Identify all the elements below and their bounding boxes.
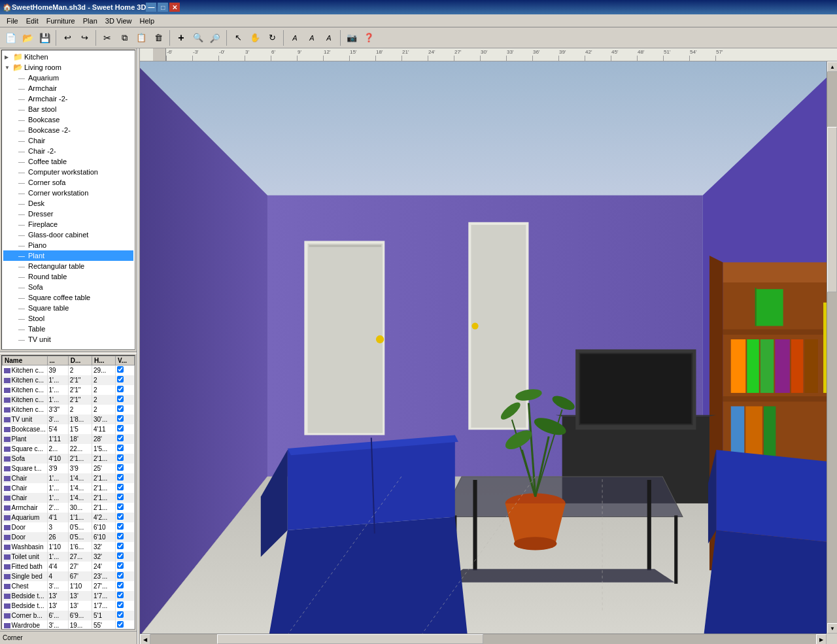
toolbar-rotate[interactable]: ↻ <box>264 30 280 46</box>
visible-checkbox[interactable] <box>117 621 124 628</box>
visible-checkbox[interactable] <box>117 454 124 461</box>
scroll-thumb-v[interactable] <box>827 127 837 292</box>
tree-item-plant[interactable]: — Plant <box>3 250 133 261</box>
toolbar-camera[interactable]: 📷 <box>344 30 360 46</box>
tree-item-glassdoor[interactable]: — Glass-door cabinet <box>3 229 133 240</box>
tree-item-kitchen[interactable]: ▶ 📁 Kitchen <box>3 52 133 62</box>
table-row[interactable]: Kitchen c...1'...2'1"2 <box>3 385 135 395</box>
visible-checkbox[interactable] <box>117 592 124 598</box>
tree-item-desk[interactable]: — Desk <box>3 198 133 209</box>
scroll-up-button[interactable]: ▲ <box>827 61 837 72</box>
scroll-track-h[interactable] <box>150 634 816 644</box>
furniture-tree[interactable]: ▶ 📁 Kitchen ▼ 📂 Living room — Aquarium —… <box>1 50 135 350</box>
menu-edit[interactable]: Edit <box>22 16 43 26</box>
table-row[interactable]: Chest3'...1'1027'... <box>3 581 135 591</box>
table-row[interactable]: Single bed467'23'... <box>3 571 135 581</box>
toolbar-select[interactable]: ↖ <box>230 30 246 46</box>
horizontal-scrollbar[interactable]: ◀ ▶ <box>140 634 827 644</box>
table-row[interactable]: Kitchen c...3'3"22 <box>3 405 135 415</box>
visible-checkbox[interactable] <box>117 376 124 382</box>
table-row[interactable]: Bedside t...13'13'1'7... <box>3 591 135 601</box>
col-header-depth[interactable]: D... <box>68 356 92 365</box>
visible-checkbox[interactable] <box>117 464 124 471</box>
tree-item-tvunit[interactable]: — TV unit <box>3 334 133 345</box>
visible-checkbox[interactable] <box>117 396 124 402</box>
scroll-left-button[interactable]: ◀ <box>140 634 150 644</box>
tree-item-coffeetable[interactable]: — Coffee table <box>3 156 133 167</box>
scroll-right-button[interactable]: ▶ <box>816 634 827 644</box>
tree-item-bookcase[interactable]: — Bookcase <box>3 114 133 125</box>
toolbar-new[interactable]: 📄 <box>3 30 18 46</box>
table-row[interactable]: Chair1'...1'4...2'1... <box>3 483 135 493</box>
toolbar-label2[interactable]: A <box>304 30 320 46</box>
toolbar-copy[interactable]: ⧉ <box>116 30 132 46</box>
visible-checkbox[interactable] <box>117 494 124 500</box>
table-row[interactable]: Sofa4'102'1...2'1... <box>3 454 135 464</box>
visible-checkbox[interactable] <box>117 445 124 451</box>
visible-checkbox[interactable] <box>117 582 124 588</box>
table-row[interactable]: Door30'5...6'10 <box>3 522 135 532</box>
menu-furniture[interactable]: Furniture <box>43 16 79 26</box>
close-button[interactable]: ✕ <box>169 3 180 12</box>
minimize-button[interactable]: — <box>146 3 156 12</box>
menu-file[interactable]: File <box>3 16 22 26</box>
maximize-button[interactable]: □ <box>158 3 168 12</box>
toolbar-cut[interactable]: ✂ <box>99 30 115 46</box>
toolbar-save[interactable]: 💾 <box>37 30 52 46</box>
toolbar-delete[interactable]: 🗑 <box>150 30 166 46</box>
table-row[interactable]: Armchair2'...30...2'1... <box>3 503 135 513</box>
tree-item-sofa[interactable]: — Sofa <box>3 282 133 292</box>
tree-item-armchair2[interactable]: — Armchair -2- <box>3 93 133 104</box>
col-header-height[interactable]: H... <box>92 356 115 365</box>
visible-checkbox[interactable] <box>117 611 124 618</box>
toolbar-zoom-out[interactable]: 🔍 <box>207 30 223 46</box>
table-row[interactable]: Kitchen c...1'...2'1"2 <box>3 395 135 405</box>
toolbar-zoom-in[interactable]: 🔍 <box>190 30 206 46</box>
visible-checkbox[interactable] <box>117 435 124 441</box>
toolbar-pan[interactable]: ✋ <box>247 30 263 46</box>
toolbar-undo[interactable]: ↩ <box>60 30 75 46</box>
toolbar-help[interactable]: ❓ <box>361 30 377 46</box>
table-row[interactable]: Plant1'1118'28' <box>3 434 135 444</box>
tree-item-cornerworkstation[interactable]: — Corner workstation <box>3 188 133 198</box>
table-row[interactable]: Chair1'...1'4...2'1... <box>3 493 135 503</box>
table-row[interactable]: Toilet unit1'...27...32' <box>3 552 135 562</box>
toolbar-open[interactable]: 📂 <box>20 30 35 46</box>
visible-checkbox[interactable] <box>117 484 124 490</box>
col-header-width[interactable]: ... <box>47 356 68 365</box>
table-row[interactable]: Washbasin1'101'6...32' <box>3 542 135 552</box>
col-header-name[interactable]: Name <box>3 356 48 365</box>
tree-item-recttable[interactable]: — Rectangular table <box>3 261 133 271</box>
tree-item-table[interactable]: — Table <box>3 324 133 334</box>
table-row[interactable]: Kitchen c...39229... <box>3 365 135 375</box>
visible-checkbox[interactable] <box>117 543 124 549</box>
tree-item-cornersofa[interactable]: — Corner sofa <box>3 177 133 188</box>
col-header-visible[interactable]: V... <box>116 356 135 365</box>
visible-checkbox[interactable] <box>117 602 124 608</box>
table-row[interactable]: Aquarium4'11'1...4'2... <box>3 513 135 522</box>
table-row[interactable]: Chair1'...1'4...2'1... <box>3 473 135 483</box>
tree-item-roundtable[interactable]: — Round table <box>3 271 133 282</box>
visible-checkbox[interactable] <box>117 523 124 530</box>
table-row[interactable]: Square t...3'93'925' <box>3 464 135 473</box>
visible-checkbox[interactable] <box>117 405 124 412</box>
tree-item-stool[interactable]: — Stool <box>3 313 133 324</box>
visible-checkbox[interactable] <box>117 552 124 559</box>
tree-item-fireplace[interactable]: — Fireplace <box>3 219 133 229</box>
tree-item-barstool[interactable]: — Bar stool <box>3 104 133 114</box>
visible-checkbox[interactable] <box>117 425 124 432</box>
visible-checkbox[interactable] <box>117 474 124 481</box>
visible-checkbox[interactable] <box>117 366 124 373</box>
visible-checkbox[interactable] <box>117 513 124 520</box>
table-row[interactable]: Bookcase...5'41'54'11 <box>3 424 135 434</box>
table-row[interactable]: Fitted bath4'427'24' <box>3 562 135 571</box>
tree-item-chair2[interactable]: — Chair -2- <box>3 146 133 156</box>
tree-item-chair[interactable]: — Chair <box>3 135 133 146</box>
menu-plan[interactable]: Plan <box>79 16 101 26</box>
tree-item-bookcase2[interactable]: — Bookcase -2- <box>3 125 133 135</box>
table-row[interactable]: Kitchen c...1'...2'1"2 <box>3 375 135 385</box>
table-row[interactable]: Door260'5...6'10 <box>3 532 135 542</box>
table-row[interactable]: TV unit3'...1'8...30'... <box>3 415 135 424</box>
visible-checkbox[interactable] <box>117 503 124 510</box>
menu-3dview[interactable]: 3D View <box>101 16 136 26</box>
